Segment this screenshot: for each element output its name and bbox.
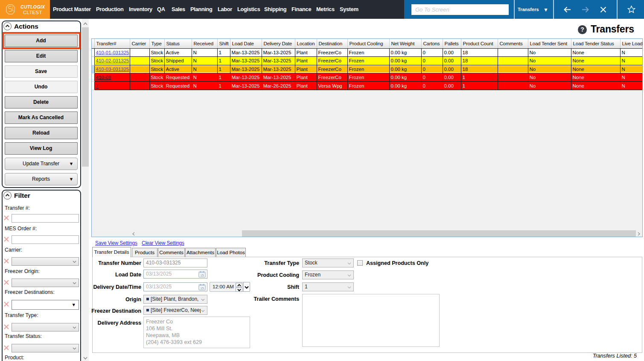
svg-text:15: 15 [200, 273, 204, 277]
svg-text:15: 15 [200, 286, 204, 290]
